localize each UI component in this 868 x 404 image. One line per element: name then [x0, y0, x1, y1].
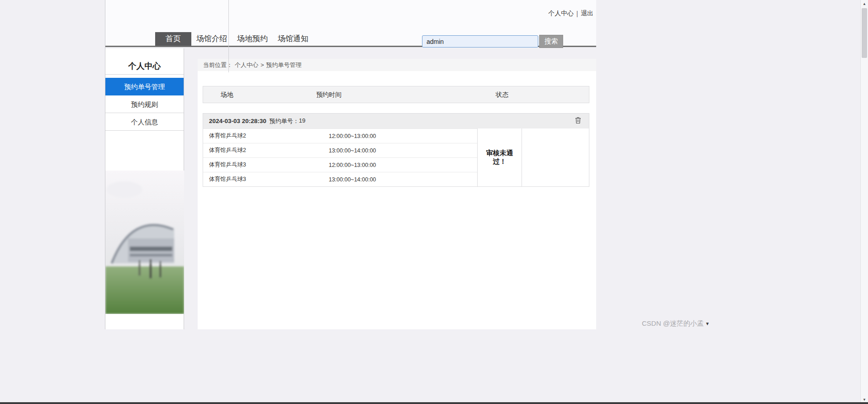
booking-rows: 体育馆乒乓球2 12:00:00~13:00:00 体育馆乒乓球2 13:00:… [203, 128, 477, 186]
table-row: 体育馆乒乓球3 12:00:00~13:00:00 [203, 157, 477, 172]
search-button[interactable]: 搜索 [539, 35, 563, 48]
time-cell: 12:00:00~13:00:00 [280, 162, 425, 168]
main-nav: 首页 场馆介绍 场地预约 场馆通知 [155, 32, 313, 46]
booking-order: 预约单号： 19 [270, 117, 305, 125]
page: 个人中心 | 退出 首页 场馆介绍 场地预约 场馆通知 搜索 个人中心 预约单号… [0, 0, 868, 404]
nav-tab-venue-notice[interactable]: 场馆通知 [273, 32, 313, 46]
logo-area-border [228, 0, 229, 72]
booking-order-label: 预约单号： [270, 117, 299, 125]
breadcrumb-separator: > [261, 62, 264, 68]
search-box: 搜索 [422, 35, 563, 48]
scroll-down-arrow-icon[interactable]: ▼ [861, 398, 868, 402]
table-row: 体育馆乒乓球2 13:00:00~14:00:00 [203, 143, 477, 157]
column-header-status: 状态 [496, 86, 508, 103]
booking-datetime: 2024-03-03 20:28:30 [209, 118, 266, 124]
venue-cell: 体育馆乒乓球3 [203, 161, 280, 169]
empty-action-column [522, 128, 589, 186]
content-left-border [105, 0, 105, 329]
stadium-photo [105, 171, 184, 314]
main-panel: 当前位置： 个人中心 > 预约单号管理 场地 预约时间 状态 2024-03-0… [198, 59, 596, 329]
search-input[interactable] [422, 35, 538, 48]
venue-cell: 体育馆乒乓球2 [203, 132, 280, 140]
triangle-down-icon: ▼ [705, 321, 710, 326]
sidebar-menu: 预约单号管理 预约规则 个人信息 [105, 78, 184, 131]
venue-cell: 体育馆乒乓球2 [203, 147, 280, 154]
nav-tab-venue-intro[interactable]: 场馆介绍 [191, 32, 232, 46]
table-row: 体育馆乒乓球3 13:00:00~14:00:00 [203, 172, 477, 186]
breadcrumb: 当前位置： 个人中心 > 预约单号管理 [198, 59, 596, 71]
booking-group: 2024-03-03 20:28:30 预约单号： 19 [203, 113, 589, 187]
time-cell: 12:00:00~13:00:00 [280, 133, 425, 139]
watermark-text: CSDN @迷茫的小孟 [642, 319, 704, 328]
watermark: CSDN @迷茫的小孟 ▼ [642, 319, 710, 328]
status-badge: 审核未通过！ [477, 128, 522, 186]
table-row: 体育馆乒乓球2 12:00:00~13:00:00 [203, 128, 477, 143]
venue-cell: 体育馆乒乓球3 [203, 176, 280, 183]
delete-booking-button[interactable] [574, 116, 582, 126]
breadcrumb-link-booking-orders[interactable]: 预约单号管理 [266, 61, 302, 69]
sidebar: 个人中心 预约单号管理 预约规则 个人信息 [105, 48, 184, 329]
column-header-venue: 场地 [221, 86, 233, 103]
logout-link[interactable]: 退出 [581, 10, 593, 18]
booking-group-header: 2024-03-03 20:28:30 预约单号： 19 [203, 114, 589, 128]
time-cell: 13:00:00~14:00:00 [280, 147, 425, 154]
breadcrumb-link-personal-center[interactable]: 个人中心 [235, 61, 258, 69]
sidebar-item-booking-orders[interactable]: 预约单号管理 [105, 78, 184, 95]
scrollbar-thumb[interactable] [862, 8, 867, 58]
sidebar-item-booking-rules[interactable]: 预约规则 [105, 95, 184, 113]
trash-icon [575, 117, 581, 125]
time-cell: 13:00:00~14:00:00 [280, 176, 425, 183]
booking-order-number: 19 [299, 117, 305, 125]
topbar-links: 个人中心 | 退出 [548, 10, 593, 18]
profile-link[interactable]: 个人中心 [548, 10, 574, 18]
column-header-time: 预约时间 [316, 86, 342, 103]
site-header: 个人中心 | 退出 首页 场馆介绍 场地预约 场馆通知 搜索 [105, 0, 596, 47]
booking-group-body: 体育馆乒乓球2 12:00:00~13:00:00 体育馆乒乓球2 13:00:… [203, 128, 589, 186]
vertical-scrollbar[interactable]: ▲ ▼ [860, 0, 868, 404]
sidebar-item-personal-info[interactable]: 个人信息 [105, 113, 184, 131]
scroll-up-arrow-icon[interactable]: ▲ [861, 0, 868, 8]
nav-tab-venue-booking[interactable]: 场地预约 [232, 32, 273, 46]
booking-table-header: 场地 预约时间 状态 [203, 86, 589, 103]
sidebar-title: 个人中心 [105, 58, 184, 75]
nav-tab-home[interactable]: 首页 [155, 32, 191, 46]
topbar-separator: | [576, 10, 578, 17]
window-bottom-edge [0, 402, 868, 404]
